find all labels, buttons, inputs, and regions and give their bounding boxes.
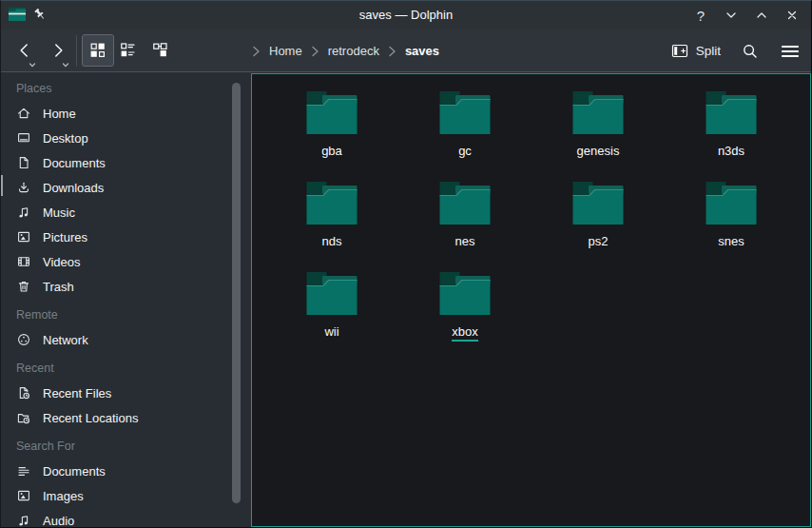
folder-item-label: n3ds (718, 144, 744, 158)
back-history-caret[interactable] (29, 55, 36, 61)
music-icon (16, 513, 31, 527)
close-button[interactable] (781, 4, 803, 27)
menu-button[interactable] (780, 42, 801, 61)
folder-icon (438, 89, 492, 135)
split-button-label: Split (696, 44, 721, 58)
chevron-right-icon (252, 46, 261, 57)
folder-icon (305, 89, 358, 135)
sidebar-item-label: Music (43, 205, 75, 220)
folder-item-nes[interactable]: nes (398, 180, 532, 270)
sidebar-item-label: Recent Files (43, 386, 111, 401)
folder-item-wii[interactable]: wii (265, 270, 398, 361)
document-icon (16, 155, 31, 170)
folder-item-gba[interactable]: gba (265, 89, 398, 180)
details-view-button[interactable] (112, 34, 145, 67)
sidebar-item-downloads[interactable]: Downloads (1, 175, 251, 200)
search-button[interactable] (741, 42, 760, 61)
folder-icon (305, 270, 358, 316)
folder-icon (705, 180, 758, 225)
sidebar-item-label: Network (43, 333, 88, 347)
video-icon (16, 254, 31, 269)
folder-item-gc[interactable]: gc (398, 89, 532, 180)
help-button[interactable]: ? (689, 4, 712, 27)
folder-item-label: wii (324, 324, 338, 339)
breadcrumb: Homeretrodecksaves (252, 29, 439, 72)
sidebar-item-label: Documents (43, 156, 106, 170)
chevron-down-icon (62, 63, 69, 68)
folder-item-label: xbox (452, 324, 477, 342)
icons-view-button[interactable] (82, 34, 114, 67)
desktop-icon (16, 130, 31, 146)
sidebar-item-label: Images (43, 489, 84, 503)
toolbar: Homeretrodecksaves Split (1, 29, 811, 72)
folder-item-nds[interactable]: nds (265, 180, 398, 270)
sidebar-item-label: Documents (43, 464, 106, 479)
panel-edge-hint (1, 175, 3, 196)
sidebar-item-videos[interactable]: Videos (1, 249, 251, 274)
maximize-button[interactable] (750, 4, 773, 27)
recent-folder-icon (16, 410, 31, 425)
split-button[interactable]: Split (670, 42, 721, 60)
chevron-right-icon (388, 46, 396, 57)
breadcrumb-item-home[interactable]: Home (269, 44, 302, 58)
sidebar-item-music[interactable]: Music (1, 200, 251, 225)
sidebar-item-documents[interactable]: Documents (1, 150, 251, 175)
folder-icon (438, 180, 492, 225)
tree-view-icon (151, 41, 170, 60)
folder-item-snes[interactable]: snes (665, 180, 798, 270)
sidebar-section-search-for: Search For (1, 434, 251, 459)
sidebar-item-recent-locations[interactable]: Recent Locations (1, 405, 251, 430)
chevron-down-icon (29, 63, 36, 68)
chevron-right-icon (311, 46, 319, 57)
sidebar-item-audio[interactable]: Audio (1, 508, 251, 527)
network-icon (16, 332, 31, 347)
folder-grid: gbagcgenesisn3dsndsnesps2sneswiixbox (252, 74, 810, 361)
home-icon (16, 106, 31, 121)
sidebar-item-label: Videos (43, 255, 81, 269)
sidebar-item-label: Audio (43, 514, 74, 528)
sidebar-item-desktop[interactable]: Desktop (1, 126, 251, 150)
folder-item-label: gba (321, 144, 342, 158)
sidebar-item-recent-files[interactable]: Recent Files (1, 381, 251, 405)
sidebar-item-trash[interactable]: Trash (1, 274, 251, 299)
toolbar-separator (76, 35, 77, 67)
sidebar-section-recent: Recent (1, 356, 251, 381)
sidebar-item-images[interactable]: Images (1, 483, 251, 508)
folder-item-label: snes (718, 234, 744, 248)
sidebar-item-home[interactable]: Home (1, 101, 251, 126)
tree-view-button[interactable] (145, 34, 177, 67)
sidebar-item-pictures[interactable]: Pictures (1, 225, 251, 249)
folder-view[interactable]: gbagcgenesisn3dsndsnesps2sneswiixbox (251, 73, 811, 527)
folder-icon (305, 180, 358, 225)
recent-file-icon (16, 385, 31, 401)
folder-item-xbox[interactable]: xbox (398, 270, 532, 361)
folder-icon (571, 180, 625, 225)
sidebar-item-network[interactable]: Network (1, 327, 251, 352)
breadcrumb-item-retrodeck[interactable]: retrodeck (328, 44, 379, 58)
folder-item-n3ds[interactable]: n3ds (665, 89, 798, 180)
picture-icon (16, 488, 31, 503)
sidebar-item-label: Trash (43, 280, 74, 294)
text-lines-icon (16, 463, 31, 479)
sidebar-scrollbar[interactable] (232, 83, 241, 503)
chevron-up-icon (754, 8, 769, 23)
folder-item-label: nes (455, 234, 475, 248)
sidebar-item-documents[interactable]: Documents (1, 459, 251, 483)
close-icon (784, 8, 800, 23)
trash-icon (16, 279, 31, 294)
minimize-button[interactable] (720, 4, 743, 27)
hamburger-icon (780, 42, 801, 61)
folder-item-ps2[interactable]: ps2 (532, 180, 665, 270)
folder-icon (705, 89, 758, 135)
titlebar[interactable]: saves — Dolphin ? (1, 1, 811, 29)
folder-item-genesis[interactable]: genesis (532, 89, 665, 180)
sidebar-section-remote: Remote (1, 303, 251, 327)
sidebar-section-places: Places (1, 76, 251, 101)
breadcrumb-item-saves[interactable]: saves (405, 44, 439, 58)
folder-item-label: genesis (577, 144, 620, 158)
forward-history-caret[interactable] (62, 55, 69, 61)
chevron-down-icon (724, 8, 739, 23)
folder-icon (571, 89, 625, 135)
sidebar-item-label: Recent Locations (43, 411, 138, 425)
music-icon (16, 205, 31, 220)
